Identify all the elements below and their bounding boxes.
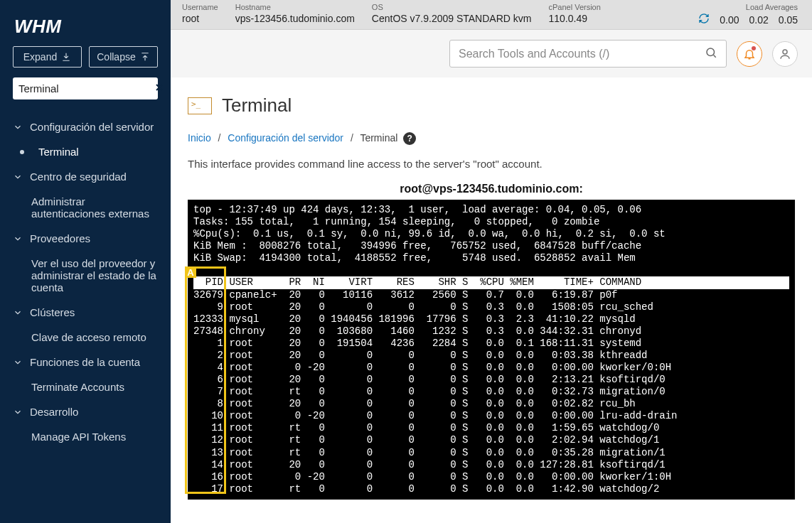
user-menu-button[interactable]: [772, 41, 798, 67]
sidebar-button-row: Expand Collapse: [0, 46, 171, 77]
sidebar-search-wrap: [0, 77, 171, 109]
terminal-process-row: 10 root 0 -20 0 0 0 S 0.0 0.0 0:00.00 lr…: [193, 410, 789, 422]
notifications-button[interactable]: [737, 41, 762, 67]
expand-button[interactable]: Expand: [13, 46, 82, 68]
page-title: Terminal: [222, 95, 292, 117]
searchbar-row: [171, 30, 812, 77]
load-2: 0.02: [749, 14, 769, 26]
cpanel-value: 110.0.49: [548, 13, 600, 24]
terminal-process-row: 13 root rt 0 0 0 0 S 0.0 0.0 0:35.28 mig…: [193, 447, 789, 459]
breadcrumb-leaf: Terminal: [360, 132, 397, 144]
terminal-line: top - 12:37:49 up 424 days, 12:33, 1 use…: [193, 204, 789, 216]
nav-group-security: Centro de seguridad Administrar autentic…: [0, 163, 171, 225]
terminal-process-row: 8 root 20 0 0 0 0 S 0.0 0.0 0:02.82 rcu_…: [193, 398, 789, 410]
terminal-line: KiB Mem : 8008276 total, 394996 free, 76…: [193, 240, 789, 252]
breadcrumb-sep: /: [351, 132, 353, 144]
expand-label: Expand: [23, 51, 57, 63]
nav-group-header[interactable]: Configuración del servidor: [0, 114, 171, 140]
nav-group-header[interactable]: Clústeres: [0, 299, 171, 325]
load-label: Load Averages: [698, 3, 798, 11]
user-icon: [779, 48, 791, 60]
sidebar-item-remote-key[interactable]: Clave de acceso remoto: [0, 325, 171, 349]
main: Username root Hostname vps-123456.tudomi…: [171, 0, 812, 523]
sidebar-item-auth[interactable]: Administrar autenticaciones externas: [0, 190, 171, 225]
upload-icon: [140, 52, 150, 62]
notification-dot: [752, 46, 756, 50]
nav-group-header[interactable]: Proveedores: [0, 225, 171, 252]
topbar-load: Load Averages 0.00 0.02 0.05: [698, 3, 798, 26]
topbar: Username root Hostname vps-123456.tudomi…: [171, 0, 812, 30]
nav-group-header[interactable]: Desarrollo: [0, 399, 171, 425]
breadcrumb-mid[interactable]: Configuración del servidor: [228, 132, 343, 144]
nav-group-header[interactable]: Funciones de la cuenta: [0, 349, 171, 375]
topbar-hostname: Hostname vps-123456.tudominio.com: [235, 3, 355, 24]
collapse-button[interactable]: Collapse: [89, 46, 158, 68]
nav-group-account-functions: Funciones de la cuenta Terminate Account…: [0, 349, 171, 399]
nav-group-header[interactable]: Centro de seguridad: [0, 163, 171, 190]
terminal-line: [193, 264, 789, 276]
username-label: Username: [182, 3, 218, 11]
nav-group-providers: Proveedores Ver el uso del proveedor y a…: [0, 225, 171, 299]
terminal-process-row: 16 root 0 -20 0 0 0 S 0.0 0.0 0:00.00 kw…: [193, 471, 789, 483]
sidebar-item-label: Ver el uso del proveedor y administrar e…: [31, 257, 158, 293]
sidebar-item-terminal[interactable]: Terminal: [0, 140, 171, 163]
breadcrumb-home[interactable]: Inicio: [188, 132, 211, 144]
sidebar-item-provider-usage[interactable]: Ver el uso del proveedor y administrar e…: [0, 252, 171, 299]
chevron-down-icon: [13, 407, 23, 417]
sidebar-search-input[interactable]: [18, 82, 154, 95]
nav-group-clusters: Clústeres Clave de acceso remoto: [0, 299, 171, 349]
help-icon[interactable]: ?: [403, 132, 416, 145]
content: Terminal Inicio / Configuración del serv…: [171, 77, 812, 523]
topbar-os: OS CentOS v7.9.2009 STANDARD kvm: [372, 3, 532, 24]
page-header: Terminal: [188, 89, 795, 128]
terminal-process-row: 12333 mysql 20 0 1940456 181996 17796 S …: [193, 313, 789, 325]
app-root: WHM Expand Collapse: [0, 0, 812, 523]
hostname-value: vps-123456.tudominio.com: [235, 13, 355, 24]
os-label: OS: [372, 3, 532, 11]
global-search[interactable]: [449, 40, 727, 68]
load-3: 0.05: [779, 14, 798, 26]
nav-group-label: Funciones de la cuenta: [30, 356, 140, 368]
page-description: This interface provides command line acc…: [188, 153, 795, 183]
terminal-process-row: 2 root 20 0 0 0 0 S 0.0 0.0 0:03.38 kthr…: [193, 350, 789, 362]
sidebar-item-terminate[interactable]: Terminate Accounts: [0, 375, 171, 399]
highlight-label: A: [185, 266, 196, 278]
load-1: 0.00: [720, 14, 739, 26]
terminal-process-row: 12 root rt 0 0 0 0 S 0.0 0.0 2:02.94 wat…: [193, 434, 789, 446]
terminal-process-row: 4 root 0 -20 0 0 0 S 0.0 0.0 0:00.00 kwo…: [193, 362, 789, 374]
global-search-input[interactable]: [459, 48, 705, 60]
terminal-wrap: A top - 12:37:49 up 424 days, 12:33, 1 u…: [188, 200, 795, 500]
terminal-process-row: 1 root 20 0 191504 4236 2284 S 0.0 0.1 1…: [193, 338, 789, 350]
chevron-down-icon: [13, 234, 23, 244]
download-icon: [61, 52, 71, 62]
load-values: 0.00 0.02 0.05: [698, 13, 798, 26]
collapse-label: Collapse: [97, 51, 135, 63]
sidebar: WHM Expand Collapse: [0, 0, 171, 523]
nav-group-label: Proveedores: [30, 232, 90, 244]
logo-text: WHM: [14, 16, 61, 37]
username-value: root: [182, 13, 218, 24]
terminal-process-row: 9 root 20 0 0 0 0 S 0.3 0.0 1508:05 rcu_…: [193, 301, 789, 313]
sidebar-item-label: Manage API Tokens: [31, 431, 126, 443]
reload-icon[interactable]: [698, 13, 710, 26]
nav-group-server-config: Configuración del servidor Terminal: [0, 114, 171, 163]
chevron-down-icon: [13, 357, 23, 367]
nav-group-development: Desarrollo Manage API Tokens: [0, 399, 171, 448]
terminal-process-row: 11 root rt 0 0 0 0 S 0.0 0.0 1:59.65 wat…: [193, 422, 789, 434]
topbar-username: Username root: [182, 3, 218, 24]
sidebar-search[interactable]: [13, 77, 158, 99]
sidebar-item-label: Administrar autenticaciones externas: [31, 195, 158, 220]
svg-point-1: [783, 50, 787, 54]
sidebar-item-api-tokens[interactable]: Manage API Tokens: [0, 425, 171, 448]
terminal-header-row: PID USER PR NI VIRT RES SHR S %CPU %MEM …: [193, 276, 789, 289]
terminal-icon: [188, 97, 212, 114]
terminal-process-row: 6 root 20 0 0 0 0 S 0.0 0.0 2:13.21 ksof…: [193, 374, 789, 386]
nav-group-label: Centro de seguridad: [30, 171, 127, 183]
terminal[interactable]: top - 12:37:49 up 424 days, 12:33, 1 use…: [188, 200, 795, 500]
terminal-line: Tasks: 155 total, 1 running, 154 sleepin…: [193, 216, 789, 228]
chevron-down-icon: [13, 308, 23, 318]
clear-search-icon[interactable]: [154, 82, 165, 95]
search-icon[interactable]: [705, 46, 717, 61]
os-value: CentOS v7.9.2009 STANDARD kvm: [372, 13, 532, 24]
sidebar-item-label: Clave de acceso remoto: [31, 331, 146, 343]
